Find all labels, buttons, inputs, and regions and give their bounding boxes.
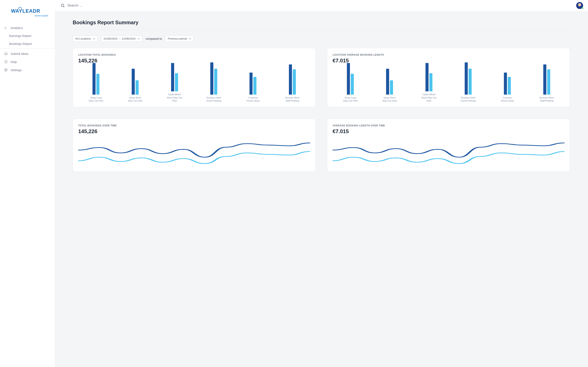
- bar-group: Quay Short Stay Car Park: [372, 60, 407, 103]
- sidebar-item-analytics[interactable]: Analytics: [0, 24, 55, 32]
- bar-current: [504, 73, 507, 95]
- bar-previous: [429, 73, 432, 92]
- sidebar-label: Submit Ideas: [11, 52, 29, 55]
- chevron-down-icon: [138, 38, 140, 40]
- bar-chart-icon: [4, 26, 8, 30]
- bar-pair: [289, 60, 296, 95]
- bar-previous: [468, 69, 472, 95]
- bar-pair: [250, 60, 256, 95]
- sidebar-label: Earnings Report: [9, 34, 31, 38]
- gear-icon: [4, 68, 8, 72]
- bar-label: Quay Short Stay Car Park: [381, 96, 398, 103]
- bar-group: Customs House Quay: [235, 60, 271, 103]
- bar-group: Dunnes Store Staff Parking: [529, 60, 564, 103]
- main: Bookings Report Summary All Locations 01…: [55, 0, 588, 367]
- bar-current: [465, 62, 468, 95]
- bar-label: Quay Long Stay Car Park: [342, 96, 358, 103]
- bar-label: Quay Short Stay Car Park: [127, 96, 143, 103]
- bar-current: [425, 63, 429, 91]
- linechart: [78, 139, 310, 167]
- bar-label: Clyde Wharf Short Stay Car Park: [421, 93, 437, 103]
- line-current: [78, 143, 310, 157]
- card-value: €7.015: [333, 128, 564, 134]
- sidebar-item-earnings-report[interactable]: Earnings Report: [0, 32, 55, 40]
- sidebar-item-settings[interactable]: Settings: [0, 66, 55, 74]
- bar-pair: [171, 57, 178, 91]
- bar-current: [171, 63, 174, 91]
- bar-label: Customs House Quay: [499, 96, 515, 103]
- line-current: [333, 143, 564, 157]
- barchart: Quay Long Stay Car ParkQuay Short Stay C…: [78, 68, 310, 103]
- help-circle-icon: [4, 60, 8, 64]
- topbar: [55, 0, 588, 11]
- bar-pair: [386, 60, 393, 95]
- inbox-icon: [4, 52, 8, 55]
- bar-previous: [508, 77, 511, 95]
- sidebar-label: Settings: [11, 68, 22, 72]
- svg-point-2: [6, 69, 7, 71]
- bar-previous: [214, 69, 217, 95]
- bar-current: [386, 69, 389, 95]
- bar-current: [289, 64, 292, 95]
- barchart: Quay Long Stay Car ParkQuay Short Stay C…: [333, 68, 564, 103]
- bar-current: [250, 73, 252, 95]
- search: [61, 3, 573, 8]
- card-title: LOCATION TOTAL BOOKINGS: [78, 53, 310, 56]
- user-avatar[interactable]: [576, 2, 583, 9]
- bar-label: Quay Long Stay Car Park: [88, 96, 104, 103]
- bar-current: [347, 63, 350, 95]
- bar-label: Dooleys Hotel Guest Parking: [206, 96, 222, 103]
- sidebar: WAYLEADR arrive easier Analytics Earning…: [0, 0, 55, 367]
- line-svg: [333, 139, 564, 167]
- sidebar-label: Analytics: [11, 26, 23, 30]
- bar-group: Dooleys Hotel Guest Parking: [196, 60, 232, 103]
- bar-label: Dunnes Store Staff Parking: [285, 96, 300, 103]
- card-title: TOTAL BOOKINGS OVER TIME: [78, 124, 310, 127]
- search-input[interactable]: [67, 3, 573, 8]
- linechart: [333, 139, 564, 167]
- card-total-over-time: TOTAL BOOKINGS OVER TIME 145,226: [73, 119, 316, 172]
- sidebar-item-help[interactable]: Help: [0, 58, 55, 66]
- bar-label: Dooleys Hotel Guest Parking: [460, 96, 476, 103]
- bar-current: [132, 69, 135, 95]
- bar-previous: [351, 74, 354, 95]
- bar-pair: [132, 60, 139, 95]
- bar-group: Dunnes Store Staff Parking: [275, 60, 310, 103]
- bar-group: Quay Short Stay Car Park: [117, 60, 153, 103]
- sidebar-item-submit-ideas[interactable]: Submit Ideas: [0, 50, 55, 58]
- nav-divider: [0, 49, 55, 49]
- compare-filter[interactable]: Previous period: [165, 35, 194, 42]
- location-filter[interactable]: All Locations: [73, 35, 98, 42]
- bar-pair: [93, 60, 99, 95]
- bar-previous: [175, 73, 178, 92]
- bar-group: Clyde Wharf Short Stay Car Park: [157, 57, 192, 103]
- sidebar-nav: Analytics Earnings Report Bookings Repor…: [0, 24, 55, 74]
- sidebar-item-bookings-report[interactable]: Bookings Report: [0, 40, 55, 48]
- search-icon: [61, 3, 65, 8]
- bar-group: Quay Long Stay Car Park: [78, 60, 114, 103]
- bar-label: Clyde Wharf Short Stay Car Park: [167, 93, 182, 103]
- bar-current: [93, 63, 95, 95]
- compare-value: Previous period: [168, 37, 187, 40]
- page-title: Bookings Report Summary: [73, 20, 570, 25]
- card-grid: LOCATION TOTAL BOOKINGS 145,226 Quay Lon…: [73, 48, 570, 172]
- date-range-filter[interactable]: 01/06/2024 → 12/06/2024: [101, 35, 142, 42]
- svg-point-3: [61, 4, 64, 7]
- bar-previous: [136, 80, 139, 95]
- location-filter-value: All Locations: [75, 37, 91, 40]
- bar-pair: [543, 60, 550, 95]
- content: Bookings Report Summary All Locations 01…: [55, 11, 588, 367]
- bar-group: Dooleys Hotel Guest Parking: [450, 60, 486, 103]
- card-value: 145,226: [78, 128, 310, 134]
- bar-group: Quay Long Stay Car Park: [333, 60, 368, 103]
- bar-group: Customs House Quay: [490, 60, 525, 103]
- sidebar-label: Help: [11, 60, 17, 64]
- line-svg: [78, 139, 310, 167]
- compare-label: compared to: [146, 37, 162, 40]
- bar-previous: [547, 69, 550, 95]
- bar-pair: [425, 57, 432, 91]
- bar-pair: [504, 60, 511, 95]
- brand-name: WAYLEADR: [11, 8, 40, 14]
- chevron-down-icon: [189, 38, 191, 40]
- card-title: LOCATION AVERAGE BOOKING LENGTH: [333, 53, 564, 56]
